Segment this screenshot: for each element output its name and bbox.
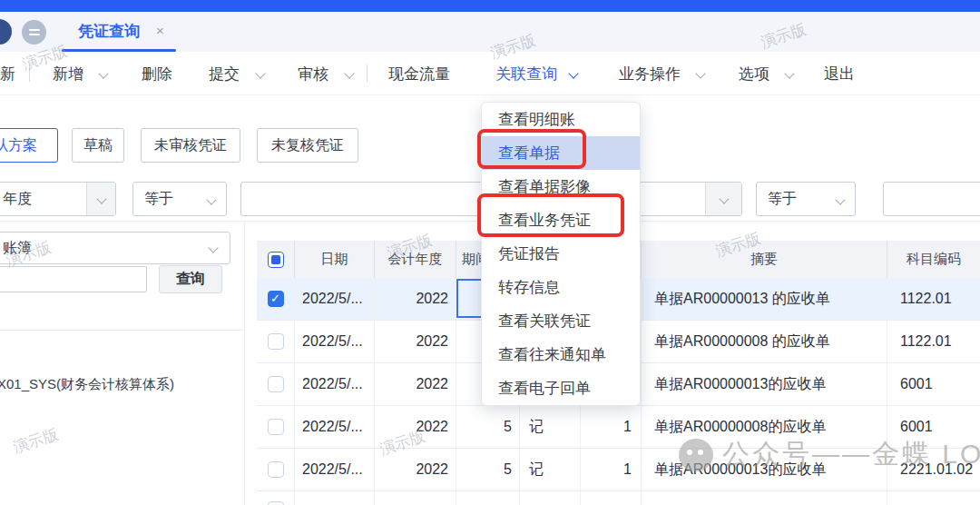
- row-checkbox[interactable]: [268, 333, 284, 350]
- cell-account-code: 1122.01: [887, 321, 980, 362]
- chip-unreviewed-vouchers[interactable]: 未复核凭证: [257, 128, 358, 163]
- toolbar-options-button[interactable]: 选项: [739, 64, 769, 84]
- chevron-down-icon: [719, 193, 729, 203]
- chevron-down-icon: [208, 243, 218, 252]
- operator-value: 等于: [144, 190, 173, 209]
- toolbar-delete-button[interactable]: 删除: [142, 64, 172, 84]
- menu-item-view-detail-ledger[interactable]: 查看明细账: [482, 103, 640, 136]
- cell-account-code: 2221.01.02: [887, 449, 980, 490]
- row-checkbox[interactable]: [268, 419, 284, 435]
- chevron-down-icon: [835, 194, 845, 204]
- cell-account-code: 6001: [887, 363, 980, 405]
- cell-account-code: 6001: [887, 406, 980, 448]
- cell-summary: 单据AR00000008 的应收单: [642, 321, 887, 362]
- toolbar-exit-button[interactable]: 退出: [824, 64, 855, 84]
- toolbar-business-ops-button[interactable]: 业务操作: [619, 64, 681, 84]
- chevron-down-icon[interactable]: [98, 68, 108, 78]
- combo-grip[interactable]: [86, 183, 115, 215]
- row-checkbox[interactable]: ✓: [268, 291, 284, 307]
- row-checkbox[interactable]: [268, 376, 284, 392]
- filter-value-input-2[interactable]: [883, 182, 980, 216]
- cell-date: 2022/5/...: [295, 449, 375, 490]
- cell-voucher-word: 记: [520, 449, 581, 490]
- panel-divider: [244, 222, 245, 505]
- tab-voucher-query[interactable]: 凭证查询: [78, 21, 140, 42]
- cell-account-code: 1122.01: [887, 278, 980, 320]
- menu-item-voucher-report[interactable]: 凭证报告: [482, 237, 640, 271]
- select-all-checkbox[interactable]: [268, 252, 284, 268]
- column-header-date[interactable]: 日期: [295, 241, 375, 278]
- cell-year: 2022: [375, 406, 456, 448]
- chevron-down-icon[interactable]: [255, 68, 265, 78]
- select-all-cell[interactable]: [257, 241, 295, 278]
- column-header-account-code[interactable]: 科目编码: [887, 241, 980, 278]
- cell-summary: 单据AR00000013的应收单: [642, 363, 887, 405]
- toolbar-related-query-button[interactable]: 关联查询: [495, 64, 557, 84]
- cell-year: 2022: [375, 449, 456, 490]
- chevron-down-icon: [206, 194, 216, 204]
- table-row-partial[interactable]: [257, 491, 980, 505]
- menu-item-view-related-voucher[interactable]: 查看关联凭证: [482, 304, 640, 338]
- table-row[interactable]: 2022/5/... 2022 5 记 1 单据AR00000013的应收单 2…: [257, 449, 980, 491]
- tab-bar: 凭证查询 ×: [0, 12, 980, 52]
- chevron-down-icon[interactable]: [344, 68, 354, 78]
- chevron-down-icon[interactable]: [568, 68, 578, 78]
- cell-summary: 单据AR00000013 的应收单: [642, 278, 887, 320]
- cell-year: 2022: [375, 363, 456, 405]
- filter-operator-combo-1[interactable]: 等于: [132, 182, 227, 216]
- cell-summary: 单据AR00000008的应收单: [642, 406, 887, 448]
- toolbar-add-button[interactable]: 新增: [53, 64, 83, 84]
- toolbar-divider: [29, 64, 30, 82]
- chip-unaudited-vouchers[interactable]: 未审核凭证: [141, 128, 240, 163]
- demo-watermark: 演示版: [11, 424, 62, 459]
- message-icon[interactable]: [22, 20, 46, 45]
- menu-item-view-transaction-notice[interactable]: 查看往来通知单: [482, 338, 640, 371]
- cell-voucher-no: 1: [581, 406, 642, 448]
- toolbar-cashflow-button[interactable]: 现金流量: [388, 64, 450, 84]
- cell-period: 5: [456, 449, 520, 490]
- cell-period: 5: [456, 406, 520, 448]
- cell-date: 2022/5/...: [295, 321, 375, 362]
- query-button[interactable]: 查询: [159, 265, 222, 293]
- toolbar-audit-button[interactable]: 审核: [298, 64, 328, 84]
- filter-field-combo[interactable]: 年度: [0, 182, 116, 216]
- tab-close-icon[interactable]: ×: [156, 23, 164, 38]
- filter-operator-combo-2[interactable]: 等于: [756, 182, 856, 216]
- chip-default-scheme[interactable]: 认方案: [0, 128, 58, 163]
- menu-item-transfer-info[interactable]: 转存信息: [482, 271, 640, 304]
- operator-value: 等于: [768, 190, 797, 209]
- chevron-down-icon[interactable]: [784, 68, 794, 78]
- toolbar-divider: [367, 64, 368, 82]
- book-search-input[interactable]: [0, 266, 147, 292]
- chip-draft[interactable]: 草稿: [72, 128, 124, 163]
- column-header-fiscal-year[interactable]: 会计年度: [375, 241, 456, 278]
- account-book-combo[interactable]: 账簿: [0, 232, 230, 264]
- table-row[interactable]: 2022/5/... 2022 5 记 1 单据AR00000008的应收单 6…: [257, 406, 980, 449]
- account-book-value: 账簿: [0, 239, 32, 258]
- cell-summary: 单据AR00000013的应收单: [642, 449, 887, 490]
- menu-item-view-bill[interactable]: 查看单据: [482, 136, 640, 170]
- menu-item-view-business-voucher[interactable]: 查看业务凭证: [482, 203, 640, 237]
- chevron-down-icon[interactable]: [695, 68, 705, 78]
- row-checkbox[interactable]: [268, 461, 284, 478]
- column-header-summary[interactable]: 摘要: [642, 241, 887, 278]
- cell-date: 2022/5/...: [295, 406, 375, 448]
- cell-date: 2022/5/...: [295, 278, 375, 320]
- cell-date: 2022/5/...: [295, 363, 375, 405]
- app-window: 凭证查询 × 新 新增 删除 提交 审核 现金流量 关联查询 业务操作 选项 退…: [0, 0, 980, 505]
- title-strip: [0, 0, 980, 12]
- combo-grip[interactable]: [705, 183, 741, 215]
- app-logo-icon: [0, 19, 12, 45]
- menu-item-view-e-receipt[interactable]: 查看电子回单: [482, 371, 640, 405]
- toolbar-submit-button[interactable]: 提交: [209, 64, 240, 84]
- chevron-down-icon: [96, 193, 106, 203]
- menu-item-view-bill-image[interactable]: 查看单据影像: [482, 170, 640, 203]
- cell-year: 2022: [375, 278, 456, 320]
- row-checkbox[interactable]: [268, 501, 284, 505]
- toolbar: 新 新增 删除 提交 审核 现金流量 关联查询 业务操作 选项 退出: [0, 52, 980, 95]
- left-panel-divider: [0, 330, 243, 331]
- filter-field-value: 年度: [3, 190, 32, 209]
- toolbar-refresh-button[interactable]: 新: [0, 64, 15, 84]
- tree-item-accounting-system[interactable]: X01_SYS(财务会计核算体系): [0, 376, 174, 393]
- related-query-dropdown-menu: 查看明细账 查看单据 查看单据影像 查看业务凭证 凭证报告 转存信息 查看关联凭…: [481, 102, 641, 406]
